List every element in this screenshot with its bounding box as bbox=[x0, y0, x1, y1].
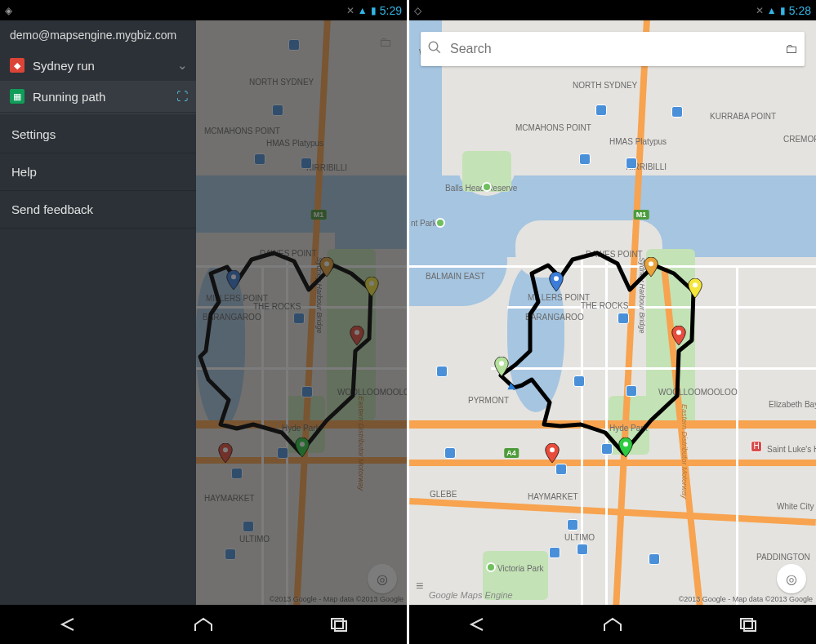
transit-icon bbox=[573, 375, 585, 387]
map-pin-lightgreen[interactable] bbox=[494, 357, 509, 376]
vibrate-icon: ✕ bbox=[756, 5, 764, 16]
transit-icon bbox=[601, 443, 613, 455]
status-bar: ◇ ✕ ▲ ▮ 5:28 bbox=[409, 0, 816, 20]
account-email[interactable]: demo@mapsengine.mygbiz.com bbox=[10, 29, 176, 42]
map-label: HMAS Platypus bbox=[609, 137, 667, 146]
map-label: GLEBE bbox=[430, 490, 457, 499]
map-label: Elizabeth Bay House bbox=[769, 400, 816, 409]
vibrate-icon: ✕ bbox=[346, 5, 354, 16]
menu-button[interactable]: ≡ bbox=[416, 579, 423, 593]
system-nav-bar bbox=[409, 605, 816, 644]
location-active-icon: ◈ bbox=[5, 5, 12, 16]
map-canvas[interactable]: WOLLSTONECRAFT NORTH SYDNEY MCMAHONS POI… bbox=[409, 20, 816, 605]
fit-bounds-icon[interactable]: ⛶ bbox=[176, 90, 188, 103]
svg-rect-17 bbox=[741, 619, 752, 628]
svg-line-16 bbox=[436, 49, 440, 53]
divider bbox=[0, 113, 196, 114]
layer-row-running-path[interactable]: ▦ Running path ⛶ bbox=[0, 81, 196, 112]
screen: NORTH SYDNEY MCMAHONS POINT HMAS Platypu… bbox=[0, 20, 407, 605]
park-icon bbox=[482, 182, 492, 192]
map-pin-red[interactable] bbox=[671, 326, 686, 345]
chevron-down-icon: ⌄ bbox=[177, 58, 188, 73]
layer-label: Sydney run bbox=[33, 59, 95, 73]
transit-icon bbox=[671, 106, 683, 118]
my-location-button[interactable]: ◎ bbox=[777, 564, 806, 593]
sheet-icon: ▦ bbox=[10, 89, 25, 104]
map-attribution: ©2013 Google - Map data ©2013 Google bbox=[679, 595, 813, 603]
back-button[interactable] bbox=[459, 612, 495, 637]
device-left: ◈ ✕ ▲ ▮ 5:29 NORTH SYDNEY MCMAHONS PO bbox=[0, 0, 407, 644]
map-label: Eastern Distributor Motorway bbox=[680, 404, 689, 499]
recent-apps-button[interactable] bbox=[321, 612, 357, 637]
svg-rect-6 bbox=[332, 619, 343, 628]
navigation-drawer: demo@mapsengine.mygbiz.com ◆ Sydney run … bbox=[0, 20, 196, 605]
svg-point-11 bbox=[649, 261, 653, 266]
battery-icon: ▮ bbox=[780, 5, 786, 16]
svg-rect-18 bbox=[744, 621, 756, 631]
google-logo: Google Maps Engine bbox=[429, 590, 513, 600]
back-button[interactable] bbox=[50, 612, 86, 637]
map-label: Saint Luke's Hospital bbox=[767, 445, 816, 454]
layer-row-sydney-run[interactable]: ◆ Sydney run ⌄ bbox=[0, 50, 196, 81]
transit-icon bbox=[626, 158, 637, 169]
map-label: ULTIMO bbox=[564, 533, 595, 542]
park-icon bbox=[486, 562, 496, 572]
transit-icon bbox=[595, 104, 607, 116]
folder-icon[interactable]: 🗀 bbox=[785, 42, 798, 56]
menu-settings[interactable]: Settings bbox=[0, 116, 196, 153]
status-time: 5:28 bbox=[789, 4, 811, 17]
map-label: Victoria Park bbox=[497, 564, 544, 573]
map-pin-green[interactable] bbox=[618, 437, 633, 457]
map-label: PADDINGTON bbox=[756, 553, 810, 562]
map-pin-orange[interactable] bbox=[644, 257, 658, 277]
menu-help[interactable]: Help bbox=[0, 153, 196, 191]
map-label: PYRMONT bbox=[468, 396, 509, 405]
transit-icon bbox=[555, 464, 567, 475]
transit-icon bbox=[444, 447, 456, 459]
svg-point-9 bbox=[676, 330, 681, 335]
transit-icon bbox=[567, 519, 578, 531]
map-pin-blue[interactable] bbox=[549, 272, 564, 291]
map-label: WOOLLOOMOOLOO bbox=[658, 388, 738, 397]
search-bar[interactable]: 🗀 bbox=[421, 32, 805, 66]
road-shield: M1 bbox=[634, 210, 649, 220]
screen: WOLLSTONECRAFT NORTH SYDNEY MCMAHONS POI… bbox=[409, 20, 816, 605]
search-input[interactable] bbox=[450, 42, 777, 56]
recent-apps-button[interactable] bbox=[730, 612, 766, 637]
transit-icon bbox=[626, 385, 637, 397]
system-nav-bar bbox=[0, 605, 407, 644]
map-label: KURRABA POINT bbox=[710, 112, 776, 121]
map-label: White City bbox=[777, 502, 814, 511]
map-label: MCMAHONS POINT bbox=[515, 123, 591, 132]
svg-point-14 bbox=[499, 361, 504, 366]
home-button[interactable] bbox=[185, 612, 221, 637]
location-icon: ◇ bbox=[414, 5, 421, 16]
map-label: BARANGAROO bbox=[525, 313, 584, 322]
road-shield: A4 bbox=[504, 448, 519, 458]
transit-icon bbox=[577, 544, 588, 555]
status-bar: ◈ ✕ ▲ ▮ 5:29 bbox=[0, 0, 407, 20]
map-label: HAYMARKET bbox=[528, 492, 578, 501]
pin-icon: ◆ bbox=[10, 58, 25, 73]
transit-icon bbox=[549, 547, 560, 558]
svg-point-13 bbox=[554, 276, 559, 281]
wifi-icon: ▲ bbox=[767, 5, 777, 16]
svg-point-15 bbox=[429, 42, 438, 51]
map-label: Hyde Park bbox=[609, 424, 648, 433]
map-pin-red[interactable] bbox=[545, 443, 560, 463]
transit-icon bbox=[436, 366, 448, 377]
map-label: CREMORNE bbox=[783, 135, 816, 144]
map-label: THE ROCKS bbox=[581, 301, 628, 310]
menu-send-feedback[interactable]: Send feedback bbox=[0, 191, 196, 229]
home-button[interactable] bbox=[595, 612, 631, 637]
transit-icon bbox=[618, 313, 629, 324]
map-pin-yellow[interactable] bbox=[688, 278, 702, 298]
battery-icon: ▮ bbox=[371, 5, 377, 16]
layer-label: Running path bbox=[33, 90, 105, 104]
svg-point-8 bbox=[550, 447, 555, 452]
map-label: NORTH SYDNEY bbox=[573, 81, 637, 90]
svg-point-12 bbox=[693, 282, 698, 287]
svg-rect-7 bbox=[335, 621, 346, 631]
search-icon bbox=[427, 40, 442, 58]
wifi-icon: ▲ bbox=[358, 5, 368, 16]
